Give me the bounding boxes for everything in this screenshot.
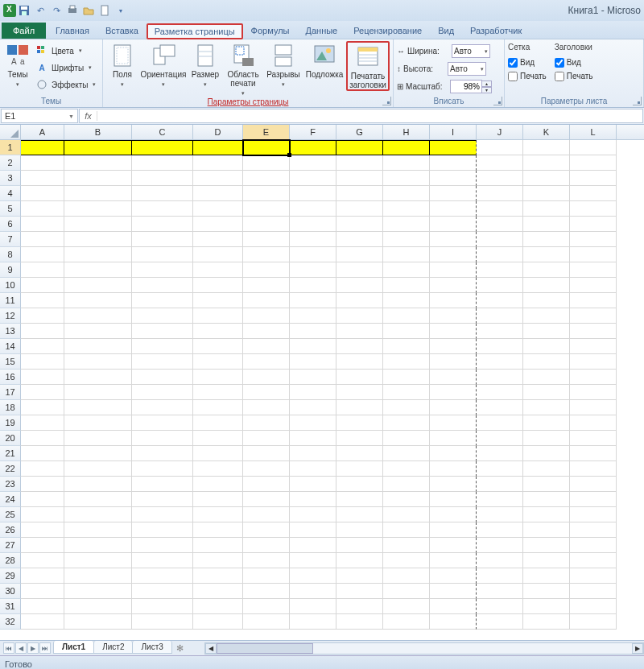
- cell-D18[interactable]: [193, 400, 243, 415]
- row-header-24[interactable]: 24: [0, 492, 21, 507]
- cell-H6[interactable]: [383, 217, 430, 232]
- cell-G25[interactable]: [336, 507, 383, 522]
- cell-C3[interactable]: [132, 171, 193, 186]
- row-header-21[interactable]: 21: [0, 446, 21, 461]
- cell-E5[interactable]: [243, 201, 290, 217]
- cell-B14[interactable]: [64, 339, 132, 354]
- cell-G19[interactable]: [336, 415, 383, 431]
- cell-G2[interactable]: [336, 155, 383, 171]
- cell-K21[interactable]: [523, 446, 570, 461]
- row-header-30[interactable]: 30: [0, 584, 21, 599]
- tab-0[interactable]: Главная: [47, 23, 97, 39]
- cell-G8[interactable]: [336, 247, 383, 262]
- sheet-nav-next[interactable]: ▶: [27, 642, 39, 654]
- cell-B19[interactable]: [64, 415, 132, 431]
- new-sheet-button[interactable]: ✻: [172, 643, 188, 654]
- col-header-K[interactable]: K: [523, 125, 570, 139]
- cell-D30[interactable]: [193, 584, 243, 599]
- select-all-button[interactable]: [0, 125, 21, 139]
- cell-B7[interactable]: [64, 232, 132, 247]
- cell-I19[interactable]: [430, 415, 477, 431]
- cell-B8[interactable]: [64, 247, 132, 262]
- cell-K14[interactable]: [523, 339, 570, 354]
- cell-I3[interactable]: [430, 171, 477, 186]
- gridlines-view-checkbox[interactable]: Вид: [508, 56, 547, 69]
- cell-A30[interactable]: [21, 584, 64, 599]
- cell-F1[interactable]: [290, 140, 336, 155]
- open-icon[interactable]: [82, 4, 95, 17]
- cell-C12[interactable]: [132, 308, 193, 324]
- cell-E3[interactable]: [243, 171, 290, 186]
- cell-C27[interactable]: [132, 538, 193, 553]
- horizontal-scrollbar[interactable]: ◀ ▶: [204, 642, 644, 655]
- cell-B24[interactable]: [64, 492, 132, 507]
- cell-I26[interactable]: [430, 522, 477, 538]
- col-header-J[interactable]: J: [477, 125, 523, 139]
- cell-E16[interactable]: [243, 370, 290, 385]
- cell-G1[interactable]: [336, 140, 383, 155]
- cell-D9[interactable]: [193, 262, 243, 278]
- cell-G18[interactable]: [336, 400, 383, 415]
- cell-D12[interactable]: [193, 308, 243, 324]
- themes-button[interactable]: Aa Темы▾: [3, 41, 32, 88]
- scale-spinner[interactable]: ▴▾: [450, 80, 492, 93]
- cell-B31[interactable]: [64, 599, 132, 614]
- cell-K3[interactable]: [523, 171, 570, 186]
- cell-A29[interactable]: [21, 568, 64, 584]
- cell-E32[interactable]: [243, 614, 290, 630]
- row-header-10[interactable]: 10: [0, 278, 21, 293]
- cell-F20[interactable]: [290, 431, 336, 446]
- tab-4[interactable]: Данные: [297, 23, 345, 39]
- cell-F6[interactable]: [290, 217, 336, 232]
- cell-G4[interactable]: [336, 186, 383, 201]
- cell-D4[interactable]: [193, 186, 243, 201]
- row-header-3[interactable]: 3: [0, 171, 21, 186]
- cell-F28[interactable]: [290, 553, 336, 568]
- tab-3[interactable]: Формулы: [243, 23, 298, 39]
- cell-B32[interactable]: [64, 614, 132, 630]
- cell-J22[interactable]: [477, 461, 523, 477]
- row-header-4[interactable]: 4: [0, 186, 21, 201]
- cell-A4[interactable]: [21, 186, 64, 201]
- cell-D28[interactable]: [193, 553, 243, 568]
- cell-D13[interactable]: [193, 324, 243, 339]
- cell-K2[interactable]: [523, 155, 570, 171]
- cell-G16[interactable]: [336, 370, 383, 385]
- cell-J29[interactable]: [477, 568, 523, 584]
- cell-D16[interactable]: [193, 370, 243, 385]
- cell-J11[interactable]: [477, 293, 523, 308]
- cell-D24[interactable]: [193, 492, 243, 507]
- scroll-left-button[interactable]: ◀: [205, 643, 217, 654]
- cell-J4[interactable]: [477, 186, 523, 201]
- row-header-28[interactable]: 28: [0, 553, 21, 568]
- new-icon[interactable]: [98, 4, 111, 17]
- cell-H23[interactable]: [383, 477, 430, 492]
- fonts-button[interactable]: AШрифты▾: [34, 60, 97, 76]
- tab-7[interactable]: Разработчик: [462, 23, 530, 39]
- cell-B3[interactable]: [64, 171, 132, 186]
- cell-K19[interactable]: [523, 415, 570, 431]
- cell-E18[interactable]: [243, 400, 290, 415]
- save-icon[interactable]: [18, 4, 31, 17]
- cell-D7[interactable]: [193, 232, 243, 247]
- cell-B12[interactable]: [64, 308, 132, 324]
- cell-G31[interactable]: [336, 599, 383, 614]
- scroll-thumb[interactable]: [217, 643, 313, 654]
- cell-A2[interactable]: [21, 155, 64, 171]
- cell-B13[interactable]: [64, 324, 132, 339]
- cell-A27[interactable]: [21, 538, 64, 553]
- tab-file[interactable]: Файл: [2, 23, 46, 39]
- cell-C26[interactable]: [132, 522, 193, 538]
- qat-more-icon[interactable]: ▼: [114, 4, 127, 17]
- cell-K17[interactable]: [523, 385, 570, 400]
- cell-G32[interactable]: [336, 614, 383, 630]
- cell-A22[interactable]: [21, 461, 64, 477]
- cell-I24[interactable]: [430, 492, 477, 507]
- col-header-G[interactable]: G: [336, 125, 383, 139]
- cell-D23[interactable]: [193, 477, 243, 492]
- cell-I7[interactable]: [430, 232, 477, 247]
- cell-J23[interactable]: [477, 477, 523, 492]
- cell-K32[interactable]: [523, 614, 570, 630]
- cell-C1[interactable]: [132, 140, 193, 155]
- name-box[interactable]: E1▼: [1, 109, 78, 123]
